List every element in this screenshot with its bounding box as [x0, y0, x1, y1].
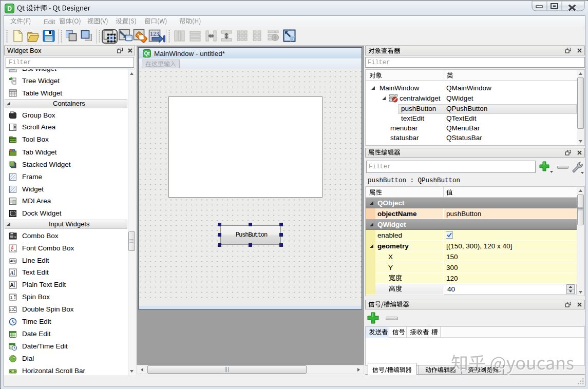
- svg-text:A: A: [10, 270, 14, 276]
- svg-text:123: 123: [150, 30, 159, 37]
- svg-text:AB|: AB|: [10, 259, 15, 263]
- svg-text:A: A: [10, 282, 13, 288]
- svg-text:1.2: 1.2: [9, 308, 14, 312]
- svg-text:D: D: [7, 5, 12, 12]
- svg-text:Qt: Qt: [144, 51, 150, 56]
- svg-text:1: 1: [10, 295, 13, 300]
- svg-text:?: ?: [274, 35, 277, 41]
